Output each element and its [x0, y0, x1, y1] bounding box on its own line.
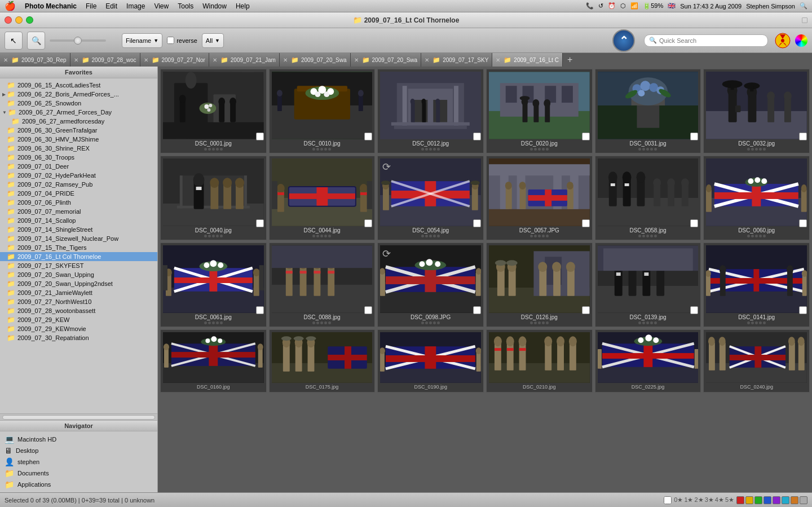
sidebar-item-18[interactable]: 📁 2009_07_15_The_Tigers — [0, 243, 157, 252]
file-menu[interactable]: File — [86, 2, 96, 10]
photo-cell-6[interactable]: DSC_0040.jpg — [160, 156, 267, 240]
resize-handle[interactable] — [802, 17, 807, 23]
tab-close-4[interactable]: ✕ — [213, 57, 217, 63]
sidebar-item-9[interactable]: 📁 2009_07_01_Deer — [0, 162, 157, 171]
sidebar-item-12[interactable]: 📁 2009_07_04_PRIDE — [0, 189, 157, 198]
nav-desktop[interactable]: 🖥 Desktop — [0, 445, 157, 456]
sidebar-scroll-track[interactable] — [2, 415, 155, 420]
sidebar-item-6[interactable]: 📁 2009_06_30_HMV_MJShirne — [0, 135, 157, 144]
photo-cell-13[interactable]: DSC_0088.jpg — [269, 243, 376, 327]
magnify-tool-button[interactable]: 🔍 — [27, 32, 45, 50]
tab-2009-07-27[interactable]: ✕ 📁 2009_07_27_Nor — [140, 53, 209, 67]
minimize-button[interactable] — [15, 16, 23, 24]
sidebar-item-11[interactable]: 📁 2009_07_02_Ramsey_Pub — [0, 180, 157, 189]
image-menu[interactable]: Image — [126, 2, 145, 10]
sidebar-item-24[interactable]: 📁 2009_07_27_NorthWest10 — [0, 297, 157, 306]
close-button[interactable] — [5, 16, 12, 24]
tab-close-5[interactable]: ✕ — [283, 57, 288, 63]
photo-cell-11[interactable]: DSC_0060.jpg — [703, 156, 810, 240]
photo-cell-18[interactable]: DSC_0160.jpg — [160, 329, 267, 393]
nav-applications[interactable]: 📁 Applications — [0, 479, 157, 490]
photo-cell-12[interactable]: DSC_0061.jpg — [160, 243, 267, 327]
photo-cell-9[interactable]: DSC_0057.JPG — [486, 156, 593, 240]
zoom-slider-thumb[interactable] — [74, 37, 82, 45]
tab-2009-07-28[interactable]: ✕ 📁 2009_07_28_woc — [70, 53, 140, 67]
sidebar-item-4[interactable]: 📁 2009_06_27_armedforcesday — [0, 117, 157, 126]
photo-checkbox-14[interactable] — [473, 306, 481, 314]
tab-2009-07-16-active[interactable]: ✕ 📁 2009_07_16_Lt C — [492, 53, 563, 67]
star-1[interactable]: 1★ — [684, 496, 693, 504]
photo-cell-5[interactable]: DSC_0032.jpg — [703, 69, 810, 153]
star-2[interactable]: 2★ — [695, 496, 704, 504]
nav-macintosh-hd[interactable]: 💻 Macintosh HD — [0, 434, 157, 445]
swatch-cyan[interactable] — [782, 496, 789, 504]
app-name-menu[interactable]: Photo Mechanic — [25, 2, 77, 10]
photo-cell-16[interactable]: DSC_0139.jpg — [595, 243, 701, 327]
star-4[interactable]: 4★ — [715, 496, 724, 504]
apple-menu[interactable]: 🍎 — [5, 1, 16, 11]
zoom-slider[interactable] — [50, 39, 106, 42]
photo-cell-2[interactable]: DSC_0012.jpg — [377, 69, 484, 153]
sidebar-item-1[interactable]: ▶ 📁 2009_06_22_Boris_ArmedForces_... — [0, 90, 157, 99]
photo-cell-22[interactable]: DSC_0225.jpg — [595, 329, 701, 393]
photo-cell-7[interactable]: DSC_0044.jpg — [269, 156, 376, 240]
photo-cell-14[interactable]: ⟳ DSC_0098.JPG — [377, 243, 484, 327]
photo-checkbox-6[interactable] — [256, 219, 264, 227]
photo-checkbox-7[interactable] — [364, 219, 372, 227]
star-5[interactable]: 5★ — [725, 496, 734, 504]
photo-checkbox-17[interactable] — [799, 306, 807, 314]
photo-checkbox-9[interactable] — [582, 219, 590, 227]
sidebar-item-22[interactable]: 📁 2009_07_20_Swan_Upping2ndset — [0, 279, 157, 288]
photo-checkbox-4[interactable] — [690, 133, 698, 140]
quick-search-box[interactable]: 🔍 — [644, 34, 768, 47]
tab-close-1[interactable]: ✕ — [3, 57, 8, 63]
photo-cell-1[interactable]: DSC_0010.jpg — [269, 69, 376, 153]
sidebar-item-28[interactable]: 📁 2009_07_30_Repatriation — [0, 333, 157, 342]
sidebar-tree[interactable]: 📁 2009_06_15_AscotLadiesTest ▶ 📁 2009_06… — [0, 78, 157, 413]
tab-close-2[interactable]: ✕ — [74, 57, 78, 63]
sidebar-item-8[interactable]: 📁 2009_06_30_Troops — [0, 153, 157, 162]
photo-cell-15[interactable]: DSC_0126.jpg — [486, 243, 593, 327]
photo-checkbox-10[interactable] — [690, 219, 698, 227]
sidebar-item-23[interactable]: 📁 2009_07_21_JamieWaylett — [0, 288, 157, 297]
sidebar-item-15[interactable]: 📁 2009_07_14_Scallop — [0, 216, 157, 225]
nav-stephen[interactable]: 👤 stephen — [0, 456, 157, 468]
tab-2009-07-20b[interactable]: ✕ 📁 2009_07_20_Swa — [351, 53, 422, 67]
photo-checkbox-8[interactable] — [473, 219, 481, 227]
photo-cell-20[interactable]: DSC_0190.jpg — [377, 329, 484, 393]
sidebar-item-20[interactable]: 📁 2009_07_17_SKYFEST — [0, 261, 157, 270]
sidebar-item-7[interactable]: 📁 2009_06_30_Shrine_REX — [0, 144, 157, 153]
photo-checkbox-3[interactable] — [582, 133, 590, 140]
tab-close-7[interactable]: ✕ — [425, 57, 429, 63]
cursor-tool-button[interactable]: ↖ — [5, 32, 23, 50]
edit-menu[interactable]: Edit — [105, 2, 117, 10]
photo-content[interactable]: DSC_0001.jpg — [158, 67, 812, 492]
photo-cell-3[interactable]: DSC_0020.jpg — [486, 69, 593, 153]
photo-checkbox-1[interactable] — [364, 133, 372, 140]
swatch-red[interactable] — [736, 496, 744, 504]
sort-dropdown[interactable]: Filename ▼ — [122, 33, 162, 48]
maximize-button[interactable] — [26, 16, 33, 24]
menubar-search-icon[interactable]: 🔍 — [800, 2, 807, 10]
tab-close-3[interactable]: ✕ — [144, 57, 148, 63]
swatch-blue[interactable] — [764, 496, 771, 504]
quick-search-input[interactable] — [659, 37, 763, 44]
photo-cell-8[interactable]: ⟳ DSC_0054.jpg — [377, 156, 484, 240]
tab-close-8[interactable]: ✕ — [496, 57, 500, 63]
sidebar-item-13[interactable]: 📁 2009_07_06_Plinth — [0, 198, 157, 207]
sidebar-item-0[interactable]: 📁 2009_06_15_AscotLadiesTest — [0, 81, 157, 90]
photo-cell-17[interactable]: DSC_0141.jpg — [703, 243, 810, 327]
tab-close-6[interactable]: ✕ — [354, 57, 359, 63]
photo-checkbox-13[interactable] — [364, 306, 372, 314]
tab-2009-07-17[interactable]: ✕ 📁 2009_07_17_SKY — [421, 53, 492, 67]
photo-checkbox-11[interactable] — [799, 219, 807, 227]
photo-cell-4[interactable]: DSC_0031.jpg — [595, 69, 701, 153]
sidebar-item-14[interactable]: 📁 2009_07_07_memorial — [0, 207, 157, 216]
swatch-yellow[interactable] — [745, 496, 753, 504]
photo-cell-23[interactable]: DSC_0240.jpg — [703, 329, 810, 393]
all-dropdown[interactable]: All ▼ — [202, 33, 224, 48]
add-tab-button[interactable]: + — [563, 53, 577, 67]
sidebar-item-25[interactable]: 📁 2009_07_28_wootonbassett — [0, 306, 157, 315]
tab-2009-07-20a[interactable]: ✕ 📁 2009_07_20_Swa — [280, 53, 351, 67]
view-menu[interactable]: View — [154, 2, 169, 10]
